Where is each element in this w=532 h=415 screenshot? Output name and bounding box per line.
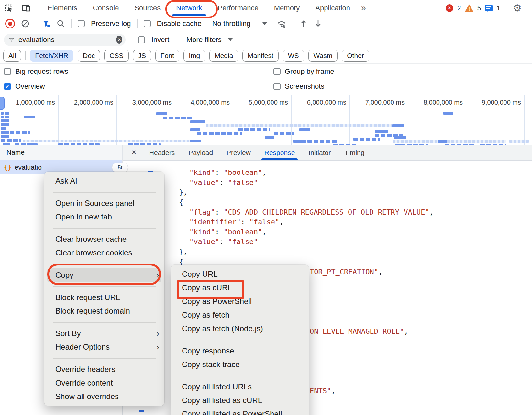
filter-input[interactable] [18,35,112,44]
waterfall-bar [1,139,5,142]
menu-item-sort-by[interactable]: Sort By› [44,327,164,340]
timeline-tick-label: 5,000,000 ms [233,99,288,106]
menu-item-clear-browser-cookies[interactable]: Clear browser cookies [44,246,164,260]
waterfall-bar [1,119,9,122]
menu-item-block-request-url[interactable]: Block request URL [44,291,164,304]
type-filter-fetch-xhr[interactable]: Fetch/XHR [30,50,73,62]
panel-tab-elements[interactable]: Elements [40,0,85,16]
menu-item-block-request-domain[interactable]: Block request domain [44,304,164,318]
panel-tab-network[interactable]: Network [168,0,210,16]
issues-icon[interactable] [485,5,493,11]
clear-network-log-icon[interactable] [21,19,29,28]
menu-item-copy-all-listed-urls[interactable]: Copy all listed URLs [171,380,309,394]
more-filters-caret-icon[interactable] [228,38,233,41]
menu-item-copy-response[interactable]: Copy response [171,344,309,358]
export-har-icon[interactable] [314,19,322,28]
waterfall-bar [353,138,380,141]
record-network-log-button[interactable] [5,19,15,28]
response-code-line: ON_LEVEL_MANAGED_ROLE", [310,327,408,335]
clear-filter-icon[interactable]: × [116,36,122,44]
menu-item-copy-as-fetch-node-js[interactable]: Copy as fetch (Node.js) [171,322,309,335]
waterfall-bar [265,136,274,139]
throttling-select[interactable]: No throttling [212,19,251,28]
panel-tab-application[interactable]: Application [307,0,358,16]
menu-item-show-all-overrides[interactable]: Show all overrides [44,390,164,403]
screenshots-label: Screenshots [285,82,324,91]
view-options: Big request rows Group by frame ✓ Overvi… [0,63,532,95]
type-filter-doc[interactable]: Doc [78,50,100,62]
throttling-caret-icon[interactable] [262,22,267,25]
panel-tab-sources[interactable]: Sources [127,0,168,16]
invert-checkbox[interactable] [138,36,145,43]
type-filter-ws[interactable]: WS [283,50,304,62]
waterfall-bar [1,112,4,115]
menu-item-copy-as-fetch[interactable]: Copy as fetch [171,308,309,322]
menu-item-override-headers[interactable]: Override headers [44,363,164,376]
menu-item-copy-as-powershell[interactable]: Copy as PowerShell [171,295,309,308]
response-code-line: }, [179,188,188,196]
panel-tabs: ElementsConsoleSourcesNetworkPerformance… [40,0,358,16]
detail-tab-preview[interactable]: Preview [220,145,258,160]
name-column-header[interactable]: Name [0,145,122,160]
menu-item-ask-ai[interactable]: Ask AI [44,174,164,188]
type-filter-media[interactable]: Media [209,50,238,62]
panel-tab-console[interactable]: Console [85,0,127,16]
import-har-icon[interactable] [299,19,308,28]
menu-item-copy-url[interactable]: Copy URL [171,267,309,281]
menu-item-clear-browser-cache[interactable]: Clear browser cache [44,232,164,246]
group-by-frame-checkbox[interactable] [273,68,281,75]
network-overview-timeline[interactable]: 1,000,000 ms2,000,000 ms3,000,000 ms4,00… [0,95,532,146]
overview-checkbox[interactable]: ✓ [4,83,11,90]
close-detail-panel-icon[interactable]: × [131,148,137,158]
menu-item-copy-as-curl[interactable]: Copy as cURL [171,281,309,295]
type-filter-manifest[interactable]: Manifest [242,50,278,62]
settings-gear-icon[interactable]: ⚙ [513,2,522,14]
more-filters-button[interactable]: More filters [186,36,222,44]
response-code-line: { [179,198,183,206]
response-code-line: }, [179,248,188,256]
error-icon[interactable]: × [446,4,453,12]
panel-tab-memory[interactable]: Memory [266,0,307,16]
detail-tab-headers[interactable]: Headers [142,145,182,160]
type-filter-font[interactable]: Font [155,50,179,62]
menu-item-open-in-new-tab[interactable]: Open in new tab [44,210,164,224]
menu-item-override-content[interactable]: Override content [44,376,164,390]
menu-item-copy-stack-trace[interactable]: Copy stack trace [171,358,309,371]
inspect-element-icon[interactable] [0,4,17,13]
type-filter-other[interactable]: Other [342,50,369,62]
search-icon[interactable] [57,19,65,28]
preserve-log-checkbox[interactable] [78,20,85,27]
type-filter-css[interactable]: CSS [104,50,128,62]
menu-item-copy-all-listed-as-curl[interactable]: Copy all listed as cURL [171,394,309,407]
warning-icon[interactable]: ! [465,4,473,12]
panel-tab-performance[interactable]: Performance [210,0,266,16]
more-panels-chevron[interactable]: » [358,3,369,13]
detail-tab-initiator[interactable]: Initiator [302,145,338,160]
detail-tab-timing[interactable]: Timing [338,145,371,160]
type-filter-js[interactable]: JS [133,50,151,62]
type-filter-wasm[interactable]: Wasm [308,50,338,62]
detail-tab-payload[interactable]: Payload [182,145,220,160]
network-conditions-icon[interactable] [276,19,287,28]
toolbar-divider [180,35,180,44]
response-code-line: TOR_PT_CREATION", [310,268,382,276]
menu-item-open-in-sources-panel[interactable]: Open in Sources panel [44,196,164,210]
type-filter-all[interactable]: All [3,50,21,62]
disable-cache-label: Disable cache [157,19,202,28]
filter-icon[interactable] [42,19,50,28]
menu-item-copy[interactable]: Copy› [47,268,161,282]
big-request-rows-checkbox[interactable] [4,68,11,75]
device-toolbar-icon[interactable] [17,4,35,13]
waterfall-bar [197,132,242,135]
screenshots-checkbox[interactable] [273,83,281,90]
waterfall-bar [190,120,205,123]
type-filter-img[interactable]: Img [183,50,205,62]
context-menu: Ask AIOpen in Sources panelOpen in new t… [44,172,164,406]
menu-item-header-options[interactable]: Header Options› [44,340,164,354]
devtools-window: ElementsConsoleSourcesNetworkPerformance… [0,0,532,415]
detail-tab-response[interactable]: Response [258,145,302,160]
submenu-chevron-icon: › [156,340,159,354]
disable-cache-checkbox[interactable] [144,20,151,27]
filter-input-pill[interactable]: × [4,34,126,46]
menu-item-copy-all-listed-as-powershell[interactable]: Copy all listed as PowerShell [171,407,309,415]
